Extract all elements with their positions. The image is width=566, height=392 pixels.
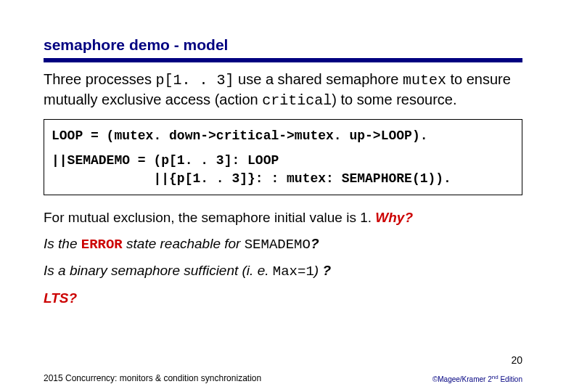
body-line-3: Is a binary semaphore sufficient (i. e. … <box>44 261 522 282</box>
copyright-prefix: ©Magee/Kramer <box>432 375 488 383</box>
intro-code-3: critical <box>262 92 332 109</box>
body-2-semademo-code: SEMADEMO <box>245 237 311 253</box>
body-2-b: state reachable for <box>123 236 245 251</box>
body-2-c: ? <box>311 236 319 251</box>
body-line-1: For mutual exclusion, the semaphore init… <box>44 208 522 227</box>
intro-text-4: ) to some resource. <box>332 91 456 107</box>
body-3-code: Max=1 <box>273 264 314 279</box>
body-3-c: sufficient (i. e. <box>184 263 273 278</box>
code-block: LOOP = (mutex. down->critical->mutex. up… <box>44 119 522 195</box>
body-3-b: binary semaphore <box>70 263 184 278</box>
body-3-d: ) <box>314 263 323 278</box>
intro-text-2: use a shared semaphore <box>234 71 403 87</box>
body-2-error-code: ERROR <box>81 237 123 253</box>
copyright-sup: nd <box>492 374 499 380</box>
body-block: For mutual exclusion, the semaphore init… <box>44 208 522 308</box>
body-line-4: LTS? <box>44 289 522 308</box>
body-1-text: For mutual exclusion, the semaphore init… <box>44 210 375 225</box>
code-line-2: ||SEMADEMO = (p[1. . 3]: LOOP <box>52 152 514 169</box>
slide-title: semaphore demo - model <box>44 36 522 62</box>
code-line-1: LOOP = (mutex. down->critical->mutex. up… <box>52 127 514 144</box>
body-3-a: Is a <box>44 263 70 278</box>
intro-text-1: Three processes <box>44 71 156 87</box>
body-1-why: Why? <box>375 210 413 225</box>
body-3-e: ? <box>322 263 331 278</box>
body-2-a: Is the <box>44 236 81 251</box>
page-number: 20 <box>511 354 522 366</box>
footer: 2015 Concurrency: monitors & condition s… <box>0 373 566 383</box>
code-line-3: ||{p[1. . 3]}: : mutex: SEMAPHORE(1)). <box>52 170 514 187</box>
footer-left-text: 2015 Concurrency: monitors & condition s… <box>44 373 261 383</box>
intro-code-1: p[1. . 3] <box>156 72 234 89</box>
intro-code-2: mutex <box>403 72 446 89</box>
copyright-tail: Edition <box>499 375 522 383</box>
intro-paragraph: Three processes p[1. . 3] use a shared s… <box>44 70 522 110</box>
body-line-2: Is the ERROR state reachable for SEMADEM… <box>44 234 522 255</box>
copyright: ©Magee/Kramer 2nd Edition <box>432 374 522 383</box>
